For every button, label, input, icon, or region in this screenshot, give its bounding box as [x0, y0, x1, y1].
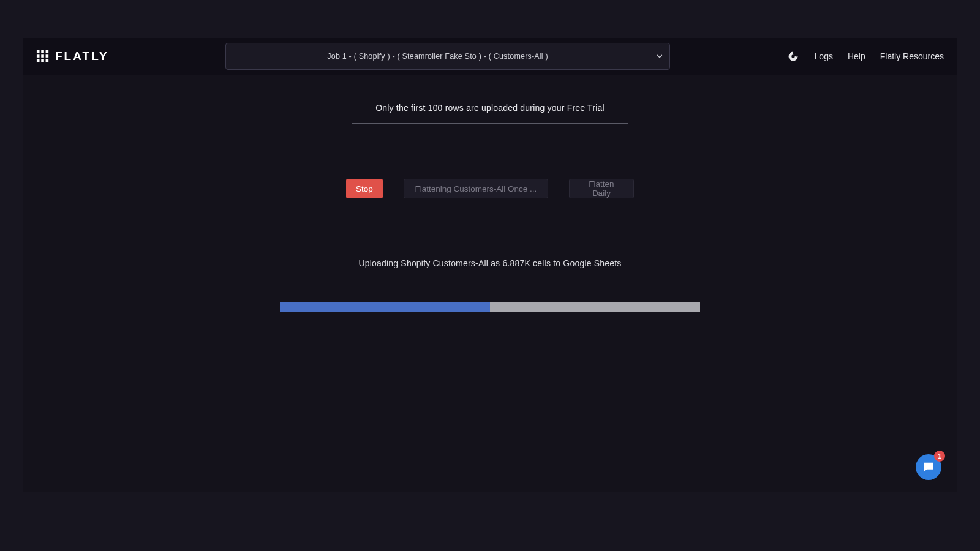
- svg-rect-1: [41, 50, 44, 53]
- job-selector-label: Job 1 - ( Shopify ) - ( Steamroller Fake…: [226, 52, 650, 61]
- svg-rect-3: [37, 54, 40, 58]
- action-button-row: Stop Flattening Customers-All Once ... F…: [346, 179, 634, 198]
- svg-rect-0: [37, 50, 40, 53]
- chevron-down-icon: [655, 52, 664, 61]
- stop-button[interactable]: Stop: [346, 179, 383, 198]
- logo-mark-icon: [36, 50, 50, 63]
- nav-logs[interactable]: Logs: [815, 51, 833, 61]
- svg-rect-5: [46, 54, 49, 58]
- nav-help[interactable]: Help: [848, 51, 865, 61]
- brand-name: FLATLY: [55, 50, 109, 63]
- chat-launcher-button[interactable]: 1: [916, 454, 941, 480]
- brand-logo[interactable]: FLATLY: [36, 50, 109, 63]
- svg-point-9: [791, 54, 794, 58]
- upload-status-text: Uploading Shopify Customers-All as 6.887…: [358, 258, 621, 268]
- svg-rect-8: [46, 59, 49, 62]
- job-selector-chevron[interactable]: [650, 43, 669, 69]
- app-window: FLATLY Job 1 - ( Shopify ) - ( Steamroll…: [23, 38, 957, 492]
- main-content: Only the first 100 rows are uploaded dur…: [23, 75, 957, 492]
- job-selector[interactable]: Job 1 - ( Shopify ) - ( Steamroller Fake…: [225, 43, 670, 70]
- upload-progress-bar: [280, 302, 700, 312]
- theme-toggle-button[interactable]: [786, 50, 800, 63]
- header-bar: FLATLY Job 1 - ( Shopify ) - ( Steamroll…: [23, 38, 957, 75]
- chat-unread-badge: 1: [934, 451, 945, 462]
- chat-icon: [922, 460, 935, 474]
- dark-mode-icon: [787, 50, 799, 62]
- svg-rect-7: [41, 59, 44, 62]
- flattening-status-button[interactable]: Flattening Customers-All Once ...: [404, 179, 548, 198]
- flatten-daily-button[interactable]: Flatten Daily: [569, 179, 634, 198]
- svg-rect-6: [37, 59, 40, 62]
- trial-banner: Only the first 100 rows are uploaded dur…: [352, 92, 628, 124]
- svg-rect-2: [46, 50, 49, 53]
- header-nav-right: Logs Help Flatly Resources: [786, 50, 944, 63]
- upload-progress-fill: [280, 302, 490, 312]
- job-selector-container: Job 1 - ( Shopify ) - ( Steamroller Fake…: [118, 43, 778, 70]
- svg-rect-4: [41, 54, 44, 58]
- nav-resources[interactable]: Flatly Resources: [880, 51, 944, 61]
